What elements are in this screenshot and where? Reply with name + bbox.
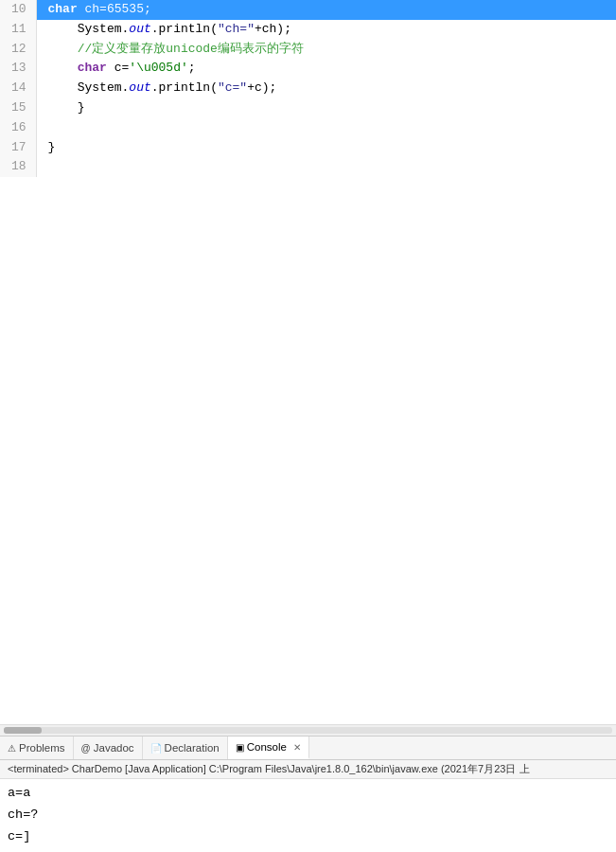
code-token-string: "ch=" (218, 22, 255, 36)
tab-javadoc-label: Javadoc (94, 742, 134, 754)
console-line-3: c=] (8, 826, 608, 848)
tab-console-label: Console (247, 741, 287, 753)
declaration-icon: 📄 (150, 743, 162, 754)
code-editor: 10char ch=65535;11 System.out.println("c… (0, 0, 616, 736)
tab-declaration-label: Declaration (165, 742, 220, 754)
line-number: 17 (0, 138, 36, 158)
code-token-normal: } (48, 140, 56, 154)
code-token-normal: .println( (151, 22, 218, 36)
code-line-14: 14 System.out.println("c="+c); (0, 79, 616, 98)
code-line-10: 10char ch=65535; (0, 0, 616, 20)
horizontal-scrollbar[interactable] (0, 724, 616, 736)
code-line-16: 16 (0, 118, 616, 138)
tab-problems[interactable]: ⚠ Problems (0, 737, 74, 759)
code-line-13: 13 char c='\u005d'; (0, 59, 616, 79)
line-number: 13 (0, 59, 36, 79)
line-code: char ch=65535; (36, 0, 616, 20)
console-output: a=a ch=? c=] (0, 779, 616, 852)
code-token-string-green: '\u005d' (129, 61, 187, 75)
tab-javadoc[interactable]: @ Javadoc (74, 737, 143, 759)
tab-problems-label: Problems (19, 742, 65, 754)
line-number: 18 (0, 157, 36, 177)
code-token-normal: System. (48, 22, 130, 36)
code-token-normal: c= (107, 61, 129, 75)
code-token-string: "c=" (218, 80, 247, 95)
code-line-15: 15 } (0, 98, 616, 118)
code-token-num: 65535 (107, 2, 144, 16)
line-number: 11 (0, 20, 36, 40)
line-code (36, 118, 616, 138)
code-table: 10char ch=65535;11 System.out.println("c… (0, 0, 616, 177)
console-area: <terminated> CharDemo [Java Application]… (0, 760, 616, 852)
code-token-kw: char (48, 2, 78, 16)
code-token-method-blue: out (129, 22, 150, 36)
tab-console[interactable]: ▣ Console ✕ (228, 737, 309, 759)
line-number: 14 (0, 79, 36, 98)
code-token-normal: +ch); (255, 22, 291, 36)
code-line-11: 11 System.out.println("ch="+ch); (0, 20, 616, 40)
console-close-icon[interactable]: ✕ (293, 742, 301, 753)
code-token-normal: } (48, 100, 85, 115)
scrollbar-thumb[interactable] (4, 727, 42, 734)
code-token-normal: System. (48, 80, 130, 95)
line-code: //定义变量存放unicode编码表示的字符 (36, 40, 616, 60)
line-number: 10 (0, 0, 36, 20)
code-token-normal: ; (144, 2, 151, 16)
code-token-kw: char (48, 61, 107, 75)
code-token-normal: ch= (78, 2, 107, 16)
code-token-normal: +c); (247, 80, 276, 95)
code-token-method-blue: out (129, 80, 150, 95)
console-icon: ▣ (236, 742, 244, 753)
code-token-normal: .println( (151, 80, 218, 95)
code-token-normal: ; (188, 61, 196, 75)
line-code: char c='\u005d'; (36, 59, 616, 79)
line-number: 16 (0, 118, 36, 138)
tab-declaration[interactable]: 📄 Declaration (143, 737, 228, 759)
code-token-comment: //定义变量存放unicode编码表示的字符 (48, 42, 304, 56)
line-code: System.out.println("c="+c); (36, 79, 616, 98)
code-line-17: 17} (0, 138, 616, 158)
console-line-1: a=a (8, 783, 608, 805)
scrollbar-track[interactable] (4, 727, 612, 734)
bottom-tab-bar: ⚠ Problems @ Javadoc 📄 Declaration ▣ Con… (0, 736, 616, 760)
line-code: } (36, 138, 616, 158)
javadoc-icon: @ (81, 743, 91, 754)
code-line-18: 18 (0, 157, 616, 177)
line-number: 12 (0, 40, 36, 60)
line-code: System.out.println("ch="+ch); (36, 20, 616, 40)
line-code: } (36, 98, 616, 118)
line-number: 15 (0, 98, 36, 118)
console-header: <terminated> CharDemo [Java Application]… (0, 760, 616, 779)
line-code (36, 157, 616, 177)
code-line-12: 12 //定义变量存放unicode编码表示的字符 (0, 40, 616, 60)
console-line-2: ch=? (8, 805, 608, 826)
code-content: 10char ch=65535;11 System.out.println("c… (0, 0, 616, 724)
problems-icon: ⚠ (8, 743, 16, 754)
